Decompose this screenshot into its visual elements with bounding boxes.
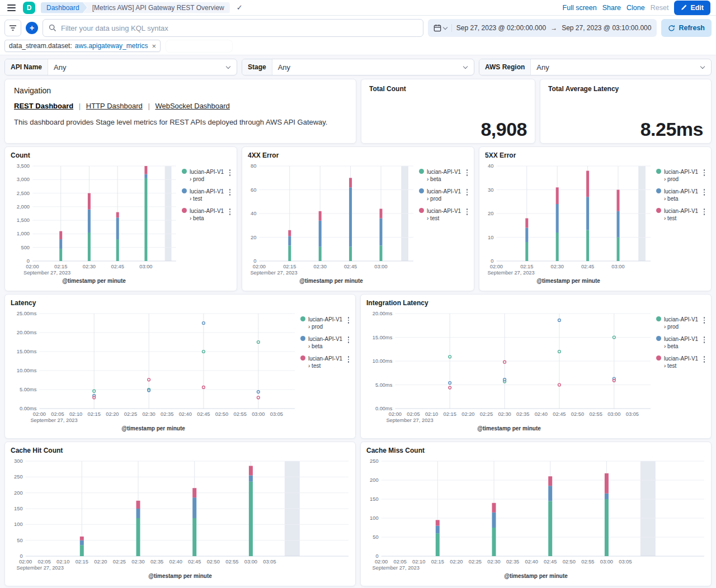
series-label: lucian-API-V1 › prod bbox=[427, 188, 462, 202]
legend-item[interactable]: lucian-API-V1 › test bbox=[182, 188, 232, 202]
svg-text:100: 100 bbox=[370, 515, 379, 521]
legend-item[interactable]: lucian-API-V1 › prod bbox=[656, 168, 706, 183]
legend-options-icon[interactable] bbox=[702, 355, 707, 364]
svg-text:03:05: 03:05 bbox=[263, 559, 276, 565]
legend-item[interactable]: lucian-API-V1 › beta bbox=[300, 335, 351, 350]
svg-text:02:40: 02:40 bbox=[525, 559, 538, 565]
svg-text:3,500: 3,500 bbox=[17, 163, 30, 169]
breadcrumb: Dashboard [Metrics AWS] API Gateway REST… bbox=[41, 2, 230, 13]
navigation-links: REST Dashboard | HTTP Dashboard | WebSoc… bbox=[14, 102, 347, 110]
legend-options-icon[interactable] bbox=[465, 188, 470, 197]
link-rest-dashboard[interactable]: REST Dashboard bbox=[14, 102, 73, 110]
x-axis-title: @timestamp per minute bbox=[484, 278, 653, 286]
svg-text:02:40: 02:40 bbox=[179, 411, 192, 417]
svg-text:03:00: 03:00 bbox=[139, 264, 152, 269]
svg-text:20.00ms: 20.00ms bbox=[373, 311, 393, 316]
svg-text:September 27, 2023: September 27, 2023 bbox=[30, 418, 77, 423]
legend-item[interactable]: lucian-API-V1 › prod bbox=[656, 316, 706, 330]
legend-item[interactable]: lucian-API-V1 › prod bbox=[419, 188, 469, 202]
chart-svg: 01020304002:0002:1502:3002:4503:00Septem… bbox=[484, 160, 653, 278]
navigation-title: Navigation bbox=[14, 86, 347, 95]
svg-text:03:00: 03:00 bbox=[374, 264, 387, 269]
legend-item[interactable]: lucian-API-V1 › test bbox=[419, 207, 469, 222]
series-color-dot bbox=[300, 316, 305, 321]
breadcrumb-dashboard[interactable]: Dashboard bbox=[41, 2, 87, 13]
legend-item[interactable]: lucian-API-V1 › test bbox=[656, 355, 706, 369]
svg-text:20: 20 bbox=[251, 235, 256, 240]
legend-options-icon[interactable] bbox=[346, 335, 351, 344]
chart-plot[interactable]: 05010015020025030002:0002:0502:1002:1502… bbox=[10, 456, 351, 573]
filter-pill[interactable]: data_stream.dataset: aws.apigateway_metr… bbox=[4, 40, 161, 52]
pencil-icon bbox=[681, 4, 687, 11]
link-websocket-dashboard[interactable]: WebSocket Dashboard bbox=[155, 102, 229, 110]
legend-item[interactable]: lucian-API-V1 › beta bbox=[182, 207, 232, 222]
date-start[interactable]: Sep 27, 2023 @ 02:00:00.000 bbox=[456, 24, 546, 32]
legend-options-icon[interactable] bbox=[228, 207, 233, 216]
legend-options-icon[interactable] bbox=[702, 168, 707, 177]
refresh-icon bbox=[668, 25, 675, 32]
legend-options-icon[interactable] bbox=[465, 168, 470, 177]
svg-text:02:45: 02:45 bbox=[544, 559, 557, 565]
calendar-menu-button[interactable] bbox=[434, 24, 452, 32]
legend-options-icon[interactable] bbox=[702, 335, 707, 344]
svg-text:02:35: 02:35 bbox=[150, 559, 163, 565]
chart-svg: 05001,0001,5002,0002,5003,0003,50002:000… bbox=[10, 160, 178, 278]
legend-item[interactable]: lucian-API-V1 › prod bbox=[182, 168, 232, 183]
legend-item[interactable]: lucian-API-V1 › beta bbox=[419, 168, 469, 183]
add-filter-button[interactable]: + bbox=[26, 22, 38, 34]
share-link[interactable]: Share bbox=[602, 4, 621, 12]
svg-text:02:50: 02:50 bbox=[215, 411, 228, 417]
date-end[interactable]: Sep 27, 2023 @ 03:10:00.000 bbox=[562, 24, 651, 32]
control-stage[interactable]: Stage Any bbox=[242, 59, 474, 75]
remove-filter-icon[interactable]: × bbox=[152, 42, 156, 50]
kql-input[interactable] bbox=[61, 24, 417, 32]
svg-text:0.00ms: 0.00ms bbox=[20, 406, 37, 411]
series-label: lucian-API-V1 › prod bbox=[664, 168, 699, 183]
chart-plot[interactable]: 0.00ms5.00ms10.00ms15.00ms20.00ms02:0002… bbox=[365, 308, 653, 425]
svg-text:02:55: 02:55 bbox=[234, 411, 247, 417]
legend-item[interactable]: lucian-API-V1 › prod bbox=[300, 316, 351, 330]
edit-button[interactable]: Edit bbox=[674, 1, 710, 15]
menu-icon[interactable] bbox=[6, 3, 17, 13]
chart-plot[interactable]: 01020304002:0002:1502:3002:4503:00Septem… bbox=[484, 160, 653, 278]
svg-text:200: 200 bbox=[370, 477, 379, 483]
legend-options-icon[interactable] bbox=[228, 168, 233, 177]
chart-plot[interactable]: 05001,0001,5002,0002,5003,0003,50002:000… bbox=[10, 160, 178, 278]
svg-text:02:25: 02:25 bbox=[469, 559, 482, 565]
control-api-name[interactable]: API Name Any bbox=[4, 59, 237, 75]
svg-text:03:00: 03:00 bbox=[611, 264, 624, 269]
clone-link[interactable]: Clone bbox=[626, 4, 645, 12]
svg-text:02:45: 02:45 bbox=[111, 264, 124, 269]
breadcrumb-current: [Metrics AWS] API Gateway REST Overview bbox=[83, 2, 230, 13]
reset-link[interactable]: Reset bbox=[651, 4, 669, 12]
svg-text:1,000: 1,000 bbox=[17, 231, 30, 236]
metric-total-average-latency: Total Average Latency 8.25ms bbox=[540, 79, 712, 144]
legend-options-icon[interactable] bbox=[465, 207, 470, 216]
link-http-dashboard[interactable]: HTTP Dashboard bbox=[86, 102, 143, 110]
x-axis-title: @timestamp per minute bbox=[247, 278, 416, 286]
chart-plot[interactable]: 02040608002:0002:1502:3002:4503:00Septem… bbox=[247, 160, 416, 278]
legend-item[interactable]: lucian-API-V1 › beta bbox=[656, 188, 706, 202]
x-axis-title: @timestamp per minute bbox=[10, 425, 297, 434]
legend-item[interactable]: lucian-API-V1 › test bbox=[656, 207, 706, 222]
saved-query-menu-button[interactable] bbox=[4, 20, 21, 36]
legend-options-icon[interactable] bbox=[702, 207, 707, 216]
svg-text:30: 30 bbox=[488, 187, 493, 193]
series-color-dot bbox=[656, 355, 661, 361]
space-avatar[interactable]: D bbox=[23, 2, 35, 14]
legend-item[interactable]: lucian-API-V1 › beta bbox=[656, 335, 706, 350]
refresh-button[interactable]: Refresh bbox=[661, 19, 712, 37]
chart-plot[interactable]: 05010015020025002:0002:0502:1002:1502:20… bbox=[365, 456, 706, 573]
legend-options-icon[interactable] bbox=[702, 188, 707, 197]
control-aws-region[interactable]: AWS Region Any bbox=[479, 59, 712, 75]
svg-text:20.00ms: 20.00ms bbox=[17, 330, 37, 335]
full-screen-link[interactable]: Full screen bbox=[563, 4, 597, 12]
chart-legend: lucian-API-V1 › prodlucian-API-V1 › beta… bbox=[297, 308, 351, 434]
legend-options-icon[interactable] bbox=[346, 355, 351, 364]
separator: | bbox=[79, 102, 81, 110]
chart-plot[interactable]: 0.00ms5.00ms10.00ms15.00ms20.00ms25.00ms… bbox=[10, 308, 297, 425]
legend-options-icon[interactable] bbox=[702, 316, 707, 325]
legend-options-icon[interactable] bbox=[228, 188, 233, 197]
legend-item[interactable]: lucian-API-V1 › test bbox=[300, 355, 351, 369]
legend-options-icon[interactable] bbox=[346, 316, 351, 325]
